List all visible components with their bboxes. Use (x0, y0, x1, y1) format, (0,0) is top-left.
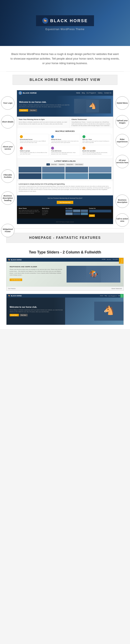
slider1-logo: 🐎 BLACK HORSE (8, 259, 22, 261)
preview-nav-program[interactable]: Our Program ▾ (86, 92, 96, 94)
service-title-1: Domesticated horses (20, 139, 48, 140)
preview-hero-text: Welcome to our horse club. Horse riding … (19, 101, 69, 112)
slider1-bottom-testimonial: Clients Testimonial (111, 288, 122, 289)
slider1-nav-home[interactable]: HOME (102, 259, 105, 261)
annotation-your-logo: Your Logo (1, 96, 15, 110)
slider1-nav-gallery[interactable]: GALLERY (113, 259, 118, 261)
footer-col-gallery-title: Our Gallery (66, 208, 88, 209)
slider-preview-1: 🐎 BLACK HORSE HOME BLOG ▾ GALLERY + 2 Co… (6, 258, 124, 291)
svg-text:🐴: 🐴 (89, 102, 96, 109)
slider-section-title: Two Type Sliders - 2 Column & Fullwidth (6, 250, 124, 254)
preview-hero: Welcome to our horse club. Horse riding … (17, 96, 113, 116)
footer-copyright: 2015 © All Themes. All rights reserved. (56, 221, 74, 222)
service-icon-2 (51, 135, 54, 138)
footer-thumb-5 (73, 212, 80, 215)
footer-thumb-6 (81, 212, 88, 215)
preview-business-text: Lorem ipsum is simply dummy text of the … (19, 186, 111, 192)
slider1-desc: Please note that this product was not in… (10, 268, 63, 276)
footer-contact-field (90, 210, 111, 212)
blog-thumb-8 (89, 173, 111, 179)
blog-thumb-3 (65, 167, 88, 172)
blog-thumb-6 (42, 173, 65, 179)
service-icon-3 (82, 135, 85, 138)
slider2-btns: Read More Buy Now (10, 314, 65, 316)
slider1-badge: 2 Column (119, 258, 123, 264)
slider2-nav-blog[interactable]: Blog (105, 295, 107, 296)
blog-filter: All Horse Tips Equestrian Racing Stars S… (19, 164, 111, 166)
blog-thumb-2 (42, 167, 65, 172)
filter-horse-tips[interactable]: Horse Tips (50, 164, 58, 166)
preview-navbar: 🐎 BLACK HORSE Home Blog Our Program ▾ Ga… (17, 90, 113, 96)
slider2-navbar: 🐎 BLACK HORSE Home Blog Our Program ▾ Ga… (7, 294, 123, 298)
footer-col-about-title: About Theme (19, 208, 41, 209)
front-view-wrapper: BLACK HORSE THEME FRONT VIEW (0, 72, 130, 88)
preview-buynow-btn[interactable]: Buy Now (29, 109, 37, 112)
preview-blog: LATEST NEWS & BLOG All Horse Tips Equest… (17, 158, 113, 181)
service-title-4: Gather in groups (20, 150, 48, 152)
service-title-3: Work as a Team (82, 139, 110, 140)
service-title-2: Riding the Horse (51, 139, 79, 140)
features-section: HOMEPAGE - FANTASTIC FEATURES Two Type S… (0, 228, 130, 329)
service-icon-4 (20, 147, 23, 150)
spacer-1 (6, 247, 124, 250)
slider1-nav-blog[interactable]: BLOG ▾ (107, 259, 111, 261)
preview-business: Lorem Ipsum is simply dummy text of the … (17, 181, 113, 195)
slider2-nav-program[interactable]: Our Program ▾ (108, 295, 117, 296)
preview-hero-image: 🐴 (74, 99, 111, 114)
blog-grid (19, 167, 111, 179)
slider1-btn[interactable]: Get Membership (10, 278, 22, 281)
preview-nav-home[interactable]: Home (76, 92, 80, 94)
filter-racing[interactable]: Racing Stars (66, 164, 74, 166)
preview-logo-text: BLACK HORSE (23, 92, 37, 94)
preview-nav-gallery[interactable]: Gallery (98, 92, 102, 94)
preview-services: MULTIPLE SERVICES Domesticated horses Di… (17, 128, 113, 158)
svg-text:🐎: 🐎 (43, 19, 47, 22)
preview-nav-contact[interactable]: Contact Us (104, 92, 111, 94)
service-item-6: Breeds that specialize There is only one… (81, 146, 111, 156)
preview-hero-title: Welcome to our horse club. (19, 101, 69, 103)
preview-readmore-btn[interactable]: Read More (19, 109, 28, 112)
service-title-5: Truly wild horses (51, 150, 79, 152)
preview-section2-title: Clients Testimonial (71, 118, 111, 120)
horse-logo-icon: 🐎 (42, 18, 48, 24)
theme-preview-section: Your Logo Short details About your servi… (0, 88, 130, 228)
hero-section: 🐎 BLACK HORSE Equestrian WordPress Theme (0, 0, 130, 46)
preview-nav-blog[interactable]: Blog (82, 92, 85, 94)
preview-footer: About Theme We're simple and easy to get… (17, 206, 113, 218)
filter-jumping[interactable]: Show Jumping (75, 164, 83, 166)
service-text-1: Discover more about horses and have a wa… (20, 140, 48, 143)
preview-section2-text: Using Blackhorse Theme - I turned a sum … (71, 121, 111, 126)
slider1-logo-text: BLACK HORSE (11, 259, 22, 260)
blog-thumb-4 (89, 167, 111, 172)
annotation-business-desc: Business description (115, 194, 129, 208)
slider1-image: 🏇 (67, 266, 120, 282)
blog-thumb-7 (65, 173, 88, 179)
preview-blog-title: LATEST NEWS & BLOG (19, 160, 111, 162)
annotation-business-heading: Business description heading (1, 192, 15, 205)
preview-membership-btn[interactable]: Get Membership (57, 201, 73, 204)
service-text-3: When riding you'll need to get the conce… (82, 140, 110, 143)
slider2-text: Welcome to our horse club. Horse riding … (10, 306, 65, 316)
hero-logo-text: BLACK HORSE (50, 18, 88, 23)
footer-thumb-3 (81, 210, 88, 212)
slider2-btn1[interactable]: Read More (10, 314, 19, 316)
preview-hero-desc: Horse riding is a fantastic experience a… (19, 104, 69, 108)
filter-all[interactable]: All (47, 164, 50, 166)
footer-contact-submit[interactable]: Submit (89, 214, 95, 217)
service-text-2: The best and fastest way to learn to rid… (51, 140, 79, 143)
slider2-btn2[interactable]: Buy Now (20, 314, 28, 316)
service-item-4: Gather in groups The knowledge and quali… (19, 146, 49, 156)
services-grid: Domesticated horses Discover more about … (19, 134, 111, 156)
filter-equestrian[interactable]: Equestrian (58, 164, 65, 166)
slider1-label: RESPONSIVE AND SWIPE SLIDER (10, 266, 63, 268)
front-view-title: BLACK HORSE THEME FRONT VIEW (30, 78, 100, 82)
service-icon-1 (20, 135, 23, 138)
footer-contact-input (89, 210, 111, 212)
service-item-5: Truly wild horses Some horsemen don't ap… (50, 146, 80, 156)
footer-col-contact-title: Contact Us (89, 208, 111, 209)
slider2-hero: Welcome to our horse club. Horse riding … (7, 298, 123, 325)
slider2-nav-home[interactable]: Home (100, 295, 103, 296)
features-banner: HOMEPAGE - FANTASTIC FEATURES (6, 233, 124, 243)
service-text-5: Some horsemen don't appreciate wild hors… (51, 152, 79, 155)
service-title-6: Breeds that specialize (82, 150, 110, 152)
